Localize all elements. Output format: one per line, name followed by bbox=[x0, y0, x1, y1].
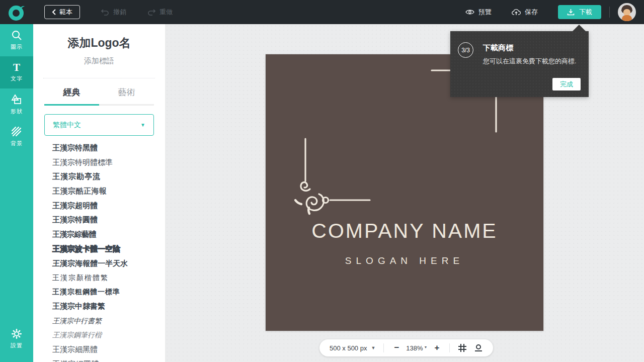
text-icon: T bbox=[13, 62, 20, 72]
download-tour-tooltip: 3/3 下載商標 您可以在這裏免費下載您的商標. 完成 bbox=[450, 31, 589, 97]
eye-icon bbox=[465, 9, 474, 15]
add-slogan-subtitle[interactable]: 添加標語 bbox=[33, 56, 165, 66]
sidebar-item-shapes[interactable]: 形狀 bbox=[0, 88, 33, 121]
cloud-upload-icon bbox=[512, 9, 521, 16]
toolbar-divider bbox=[449, 343, 450, 352]
panel-divider bbox=[43, 78, 155, 78]
tour-done-button[interactable]: 完成 bbox=[552, 78, 581, 90]
gear-icon bbox=[11, 328, 22, 339]
redo-label: 重做 bbox=[159, 8, 173, 17]
grid-icon bbox=[458, 343, 467, 352]
slogan-text[interactable]: SLOGAN HERE bbox=[266, 255, 543, 266]
redo-icon bbox=[147, 9, 155, 16]
font-option[interactable]: 王漢宗特明體標準 bbox=[52, 155, 165, 170]
tooltip-title: 下載商標 bbox=[483, 43, 513, 53]
undo-button[interactable]: 撤銷 bbox=[101, 8, 126, 17]
canvas-size-dropdown[interactable]: 500 x 500 px ▼ bbox=[330, 344, 375, 352]
font-option[interactable]: 王漢宗中隸書繁 bbox=[52, 300, 165, 314]
tool-sidebar: 圖示 T 文字 形狀 背景 設置 bbox=[0, 24, 33, 362]
font-option[interactable]: 王漢宗鋼筆行楷 bbox=[52, 328, 165, 343]
app-logo-icon bbox=[8, 3, 25, 21]
font-option[interactable]: 王漢宗中行書繁 bbox=[52, 314, 165, 328]
language-dropdown[interactable]: 繁體中文 ▼ bbox=[44, 114, 154, 136]
zoom-level-dropdown[interactable]: 138% ▼ bbox=[406, 344, 427, 352]
font-option[interactable]: 王漢宗粗鋼體一標準 bbox=[52, 285, 165, 300]
download-icon bbox=[567, 9, 575, 16]
save-button[interactable]: 保存 bbox=[512, 8, 538, 17]
language-dropdown-value: 繁體中文 bbox=[53, 121, 81, 130]
sidebar-item-icons[interactable]: 圖示 bbox=[0, 24, 33, 56]
undo-label: 撤銷 bbox=[113, 8, 126, 17]
zoom-in-button[interactable]: + bbox=[433, 343, 442, 353]
font-option[interactable]: 王漢宗酷正海報 bbox=[52, 184, 165, 199]
sidebar-item-background[interactable]: 背景 bbox=[0, 121, 33, 153]
font-option[interactable]: 王漢宗特圓體 bbox=[52, 213, 165, 227]
font-option[interactable]: 王漢宗勘亭流 bbox=[52, 169, 165, 184]
chevron-down-icon: ▼ bbox=[424, 345, 428, 349]
canvas-size-value: 500 x 500 px bbox=[330, 344, 367, 352]
topbar-right-actions: 預覽 保存 下載 bbox=[465, 3, 644, 21]
tooltip-arrow bbox=[573, 25, 586, 31]
save-label: 保存 bbox=[525, 8, 538, 17]
canvas-bottom-toolbar: 500 x 500 px ▼ − 138% ▼ + bbox=[319, 339, 493, 356]
chevron-down-icon: ▼ bbox=[371, 345, 375, 350]
company-name-text[interactable]: COMPANY NAME bbox=[266, 219, 543, 243]
shapes-icon bbox=[11, 94, 23, 105]
font-option[interactable]: 王漢宗超明體 bbox=[52, 199, 165, 213]
font-option[interactable]: 王漢宗波卡體一空陰 bbox=[52, 242, 165, 256]
zoom-level-value: 138% bbox=[406, 344, 423, 352]
font-list: 王漢宗特黑體王漢宗特明體標準王漢宗勘亭流王漢宗酷正海報王漢宗超明體王漢宗特圓體王… bbox=[52, 141, 165, 362]
chevron-left-icon bbox=[52, 9, 56, 15]
grid-toggle-button[interactable] bbox=[458, 343, 467, 352]
font-category-tabs: 經典 藝術 bbox=[44, 86, 154, 106]
chevron-down-icon: ▼ bbox=[140, 122, 145, 128]
undo-icon bbox=[101, 9, 109, 16]
zoom-out-button[interactable]: − bbox=[392, 343, 401, 353]
snap-toggle-button[interactable] bbox=[474, 344, 483, 352]
back-to-templates-label: 範本 bbox=[59, 8, 72, 17]
avatar-shirt bbox=[622, 15, 632, 21]
tab-art[interactable]: 藝術 bbox=[99, 86, 154, 106]
font-option[interactable]: 王漢宗細黑體 bbox=[52, 343, 165, 357]
font-option[interactable]: 王漢宗綜藝體 bbox=[52, 227, 165, 242]
app-logo[interactable] bbox=[0, 3, 33, 21]
sidebar-item-icons-label: 圖示 bbox=[11, 43, 23, 51]
text-panel: 添加Logo名 添加標語 經典 藝術 繁體中文 ▼ 王漢宗特黑體王漢宗特明體標準… bbox=[33, 24, 165, 362]
flourish-ornament-bottom-left bbox=[291, 132, 371, 215]
sidebar-item-settings[interactable]: 設置 bbox=[0, 323, 33, 355]
background-icon bbox=[11, 126, 22, 137]
tooltip-body: 您可以在這裏免費下載您的商標. bbox=[483, 57, 584, 65]
font-option[interactable]: 王漢宗細圓體 bbox=[52, 357, 165, 362]
topbar-divider bbox=[609, 7, 610, 18]
tour-step-badge: 3/3 bbox=[458, 42, 473, 58]
download-button[interactable]: 下載 bbox=[558, 5, 601, 19]
preview-button[interactable]: 預覽 bbox=[465, 8, 492, 17]
preview-label: 預覽 bbox=[478, 8, 492, 17]
top-bar: 範本 撤銷 重做 預覽 保存 下載 bbox=[0, 0, 644, 24]
sidebar-item-text-label: 文字 bbox=[11, 75, 23, 82]
toolbar-divider bbox=[383, 343, 384, 352]
user-avatar[interactable] bbox=[618, 3, 636, 21]
font-option[interactable]: 王漢宗海報體一半天水 bbox=[52, 256, 165, 271]
download-label: 下載 bbox=[579, 8, 592, 17]
search-icon bbox=[11, 30, 22, 41]
sidebar-item-background-label: 背景 bbox=[11, 140, 23, 147]
font-option[interactable]: 王漢宗顏楷體繁 bbox=[52, 270, 165, 285]
add-logo-name-title[interactable]: 添加Logo名 bbox=[33, 35, 165, 51]
back-to-templates-button[interactable]: 範本 bbox=[44, 5, 80, 19]
font-option[interactable]: 王漢宗特黑體 bbox=[52, 141, 165, 155]
sidebar-item-shapes-label: 形狀 bbox=[11, 108, 23, 115]
sidebar-item-text[interactable]: T 文字 bbox=[0, 56, 33, 88]
snap-icon bbox=[474, 344, 483, 352]
tab-classic[interactable]: 經典 bbox=[44, 86, 99, 106]
sidebar-item-settings-label: 設置 bbox=[11, 342, 23, 349]
redo-button[interactable]: 重做 bbox=[147, 8, 173, 17]
